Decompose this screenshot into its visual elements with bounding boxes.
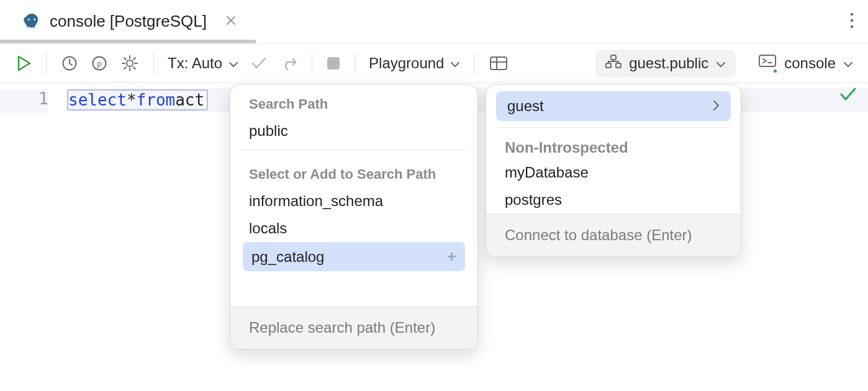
table-view-icon[interactable] bbox=[484, 51, 513, 76]
svg-rect-10 bbox=[611, 55, 616, 60]
section-heading: Select or Add to Search Path bbox=[230, 155, 477, 187]
svg-point-2 bbox=[851, 12, 853, 15]
database-option[interactable]: postgres bbox=[486, 186, 741, 213]
tab-title: console [PostgreSQL] bbox=[50, 12, 207, 31]
svg-point-4 bbox=[851, 25, 853, 27]
playground-dropdown[interactable]: Playground bbox=[365, 51, 464, 76]
separator bbox=[312, 52, 312, 74]
line-number: 1 bbox=[0, 89, 48, 113]
chevron-right-icon bbox=[712, 97, 720, 115]
run-button[interactable] bbox=[11, 51, 36, 76]
tab-underline bbox=[0, 40, 256, 43]
sql-keyword: from bbox=[137, 91, 176, 109]
chevron-down-icon bbox=[716, 55, 726, 72]
svg-rect-11 bbox=[606, 63, 611, 68]
chevron-down-icon bbox=[843, 55, 853, 72]
schema-icon bbox=[605, 55, 622, 72]
editor-tab[interactable]: console [PostgreSQL] bbox=[19, 12, 240, 31]
divider bbox=[496, 127, 731, 128]
svg-rect-12 bbox=[616, 63, 621, 68]
popup-footer-hint: Connect to database (Enter) bbox=[486, 213, 741, 256]
chevron-down-icon bbox=[228, 55, 238, 72]
separator bbox=[153, 52, 154, 74]
database-option-selected[interactable]: guest bbox=[496, 91, 731, 121]
separator bbox=[46, 52, 47, 74]
svg-point-1 bbox=[34, 18, 35, 20]
commit-check-icon[interactable] bbox=[246, 51, 272, 76]
svg-point-3 bbox=[851, 19, 853, 21]
editor-toolbar: p Tx: Auto Playground bbox=[0, 43, 868, 83]
schema-selector[interactable]: guest.public bbox=[595, 50, 736, 77]
database-option[interactable]: myDatabase bbox=[486, 159, 741, 186]
tx-mode-label: Tx: Auto bbox=[168, 55, 222, 72]
svg-point-0 bbox=[28, 18, 30, 20]
tx-mode-dropdown[interactable]: Tx: Auto bbox=[164, 51, 242, 76]
database-popup: guest Non-Introspected myDatabase postgr… bbox=[486, 84, 741, 257]
app-root: console [PostgreSQL] p Tx: Auto bbox=[0, 0, 868, 391]
postgres-elephant-icon bbox=[22, 12, 41, 31]
search-path-option-selected[interactable]: pg_catalog + bbox=[243, 242, 465, 271]
separator bbox=[474, 52, 474, 74]
settings-gear-icon[interactable] bbox=[116, 51, 143, 76]
popup-spacer bbox=[230, 271, 477, 306]
sql-keyword: select bbox=[68, 91, 127, 109]
option-label: pg_catalog bbox=[251, 248, 324, 266]
inspection-ok-icon[interactable] bbox=[839, 87, 857, 106]
playground-label: Playground bbox=[369, 55, 444, 72]
stop-button[interactable] bbox=[322, 51, 345, 76]
chevron-down-icon bbox=[450, 55, 460, 72]
category-heading: Non-Introspected bbox=[486, 133, 741, 159]
separator bbox=[355, 52, 355, 74]
search-path-popup: Search Path public Select or Add to Sear… bbox=[230, 84, 478, 349]
divider bbox=[240, 150, 468, 150]
console-icon bbox=[758, 54, 777, 73]
svg-rect-9 bbox=[491, 57, 507, 70]
schema-label: guest.public bbox=[629, 55, 708, 72]
search-path-option[interactable]: information_schema bbox=[230, 187, 477, 215]
search-path-current[interactable]: public bbox=[230, 117, 477, 145]
search-path-option[interactable]: locals bbox=[230, 215, 477, 242]
popup-footer-hint: Replace search path (Enter) bbox=[230, 306, 477, 349]
history-icon[interactable] bbox=[57, 51, 83, 76]
svg-point-8 bbox=[127, 60, 133, 66]
section-heading: Search Path bbox=[230, 85, 477, 117]
sql-statement: select * from act bbox=[67, 89, 208, 110]
database-name: guest bbox=[507, 97, 544, 115]
session-label: console bbox=[784, 55, 836, 72]
svg-rect-13 bbox=[759, 55, 775, 66]
line-gutter: 1 bbox=[0, 83, 67, 391]
rollback-undo-icon[interactable] bbox=[276, 51, 302, 76]
more-menu-icon[interactable] bbox=[846, 8, 858, 35]
tab-bar: console [PostgreSQL] bbox=[0, 0, 868, 43]
stop-square-icon bbox=[327, 57, 340, 70]
svg-text:p: p bbox=[97, 59, 101, 68]
session-selector[interactable]: console bbox=[754, 51, 857, 76]
add-plus-icon[interactable]: + bbox=[447, 247, 456, 266]
close-tab-icon[interactable] bbox=[225, 14, 237, 30]
playground-circle-icon[interactable]: p bbox=[86, 51, 112, 76]
